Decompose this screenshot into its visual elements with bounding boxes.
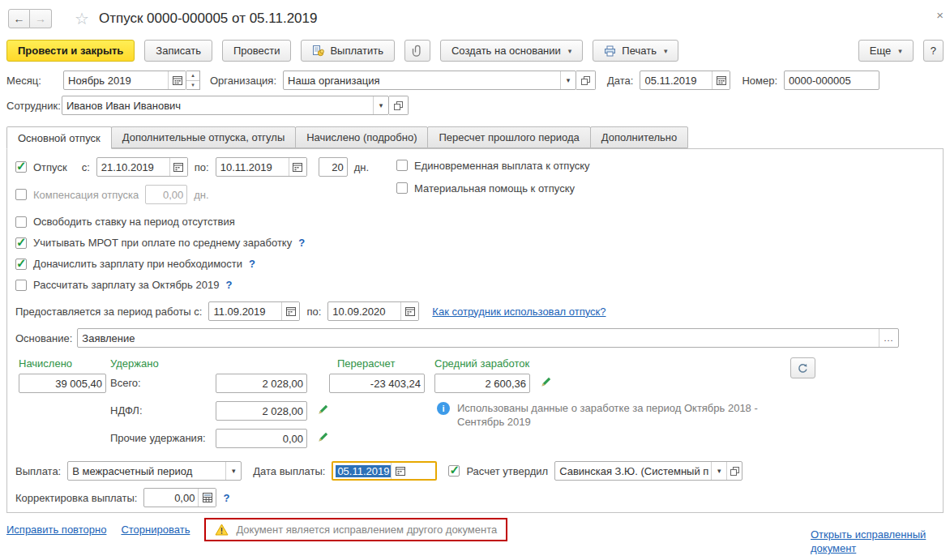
- payout-adjustment-label: Корректировка выплаты:: [15, 492, 137, 504]
- title-bar: ← → ☆ Отпуск 0000-000005 от 05.11.2019 ×: [0, 0, 950, 32]
- pay-document-icon: [312, 45, 324, 57]
- calendar-icon[interactable]: [289, 158, 306, 176]
- calc-salary-checkbox[interactable]: [15, 280, 27, 291]
- tab-accrued-detail[interactable]: Начислено (подробно): [295, 126, 428, 148]
- vacation-days-field[interactable]: 20: [319, 157, 348, 177]
- tab-label: Пересчет прошлого периода: [439, 131, 579, 143]
- calendar-icon[interactable]: [168, 71, 186, 89]
- payout-date-value: 05.11.2019: [336, 465, 391, 477]
- create-based-on-button[interactable]: Создать на основании ▾: [440, 40, 583, 62]
- consider-mrot-checkbox[interactable]: [15, 237, 27, 249]
- step-down-icon[interactable]: ▾: [186, 81, 199, 90]
- accrue-salary-checkbox[interactable]: [15, 259, 27, 270]
- reverse-link[interactable]: Сторнировать: [121, 524, 190, 536]
- avg-earnings-field[interactable]: 2 600,36: [434, 374, 530, 393]
- forward-button[interactable]: →: [30, 9, 52, 28]
- vacation-checkbox[interactable]: [15, 161, 27, 173]
- calendar-icon[interactable]: [391, 463, 409, 479]
- chevron-down-icon[interactable]: ▾: [373, 96, 388, 114]
- nav-buttons: ← →: [8, 9, 52, 28]
- employee-field[interactable]: Иванов Иван Иванович ▾: [62, 96, 389, 115]
- work-period-label: Предоставляется за период работы с:: [15, 306, 202, 318]
- help-question-icon[interactable]: ?: [298, 237, 305, 249]
- open-approver-icon[interactable]: [726, 462, 742, 480]
- tab-main-vacation[interactable]: Основной отпуск: [6, 126, 112, 149]
- chevron-down-icon[interactable]: ▾: [225, 462, 241, 480]
- compensation-checkbox[interactable]: [15, 189, 27, 200]
- tab-recalc-prior-period[interactable]: Пересчет прошлого периода: [427, 126, 590, 148]
- other-withholdings-label: Прочие удержания:: [110, 432, 206, 444]
- help-question-icon[interactable]: ?: [225, 279, 232, 291]
- printer-icon: [604, 45, 616, 57]
- save-button[interactable]: Записать: [144, 40, 212, 62]
- payout-adjustment-value: 0,00: [148, 492, 198, 504]
- vacation-from-label: с:: [82, 161, 90, 173]
- number-field[interactable]: 0000-000005: [784, 71, 879, 90]
- date-field[interactable]: 05.11.2019: [640, 71, 730, 90]
- fix-again-link[interactable]: Исправить повторно: [6, 524, 106, 536]
- payout-method-select[interactable]: В межрасчетный период ▾: [67, 461, 242, 481]
- more-button[interactable]: Еще ▾: [858, 40, 914, 62]
- payout-date-field[interactable]: 05.11.2019: [332, 461, 437, 481]
- vacation-to-field[interactable]: 10.11.2019: [216, 157, 307, 177]
- basis-field[interactable]: Заявление ...: [77, 328, 899, 348]
- open-corrected-document-link[interactable]: Открыть исправленный документ: [811, 528, 939, 555]
- lump-sum-label: Единовременная выплата к отпуску: [414, 160, 590, 172]
- edit-ndfl-icon[interactable]: [318, 404, 329, 415]
- calc-approved-field[interactable]: Савинская З.Ю. (Системный п ▾: [554, 461, 742, 481]
- calendar-icon[interactable]: [281, 302, 299, 320]
- help-question-icon[interactable]: ?: [249, 258, 255, 270]
- basis-value: Заявление: [82, 332, 879, 344]
- calendar-icon[interactable]: [712, 71, 730, 89]
- tab-label: Дополнительные отпуска, отгулы: [122, 131, 285, 143]
- compensation-days-field[interactable]: 0,00: [145, 185, 187, 204]
- chevron-down-icon: ▾: [664, 47, 668, 55]
- help-button[interactable]: ?: [923, 40, 944, 62]
- paperclip-icon: [412, 45, 423, 57]
- lump-sum-checkbox[interactable]: [396, 160, 408, 171]
- payout-adjustment-field[interactable]: 0,00: [143, 488, 216, 507]
- month-field[interactable]: Ноябрь 2019: [63, 71, 186, 90]
- accrued-field[interactable]: 39 005,40: [19, 374, 106, 393]
- calc-approved-checkbox[interactable]: [448, 465, 460, 477]
- amounts-section: Начислено Удержано Перерасчет Средний за…: [15, 357, 935, 450]
- help-question-icon[interactable]: ?: [223, 492, 229, 504]
- post-button[interactable]: Провести: [222, 40, 292, 62]
- close-icon[interactable]: ×: [936, 11, 944, 19]
- open-employee-icon[interactable]: [389, 96, 409, 115]
- avg-earnings-label: Средний заработок: [434, 357, 529, 370]
- month-stepper[interactable]: ▴▾: [186, 71, 200, 90]
- tab-additional[interactable]: Дополнительно: [590, 126, 689, 148]
- vacation-usage-link[interactable]: Как сотрудник использовал отпуск?: [432, 306, 606, 318]
- other-withholdings-field[interactable]: 0,00: [216, 429, 307, 448]
- work-period-to-field[interactable]: 10.09.2020: [327, 301, 419, 321]
- number-label: Номер:: [742, 75, 777, 87]
- chevron-down-icon[interactable]: ▾: [711, 462, 726, 480]
- attachments-button[interactable]: [404, 40, 430, 62]
- recalc-field[interactable]: -23 403,24: [329, 374, 425, 393]
- calendar-icon[interactable]: [169, 158, 187, 176]
- calendar-icon[interactable]: [400, 302, 418, 320]
- edit-avg-earnings-icon[interactable]: [541, 376, 552, 387]
- open-organization-icon[interactable]: [576, 71, 596, 90]
- work-period-from-field[interactable]: 11.09.2019: [208, 301, 300, 321]
- ndfl-field[interactable]: 2 028,00: [216, 401, 307, 421]
- back-button[interactable]: ←: [8, 9, 30, 28]
- chevron-down-icon[interactable]: ▾: [560, 71, 576, 89]
- pay-button[interactable]: Выплатить: [301, 40, 395, 62]
- print-button[interactable]: Печать ▾: [593, 40, 678, 62]
- ellipsis-icon[interactable]: ...: [879, 329, 898, 347]
- compensation-label: Компенсация отпуска: [33, 189, 139, 201]
- edit-other-withholdings-icon[interactable]: [318, 431, 329, 442]
- release-position-checkbox[interactable]: [15, 216, 27, 228]
- material-aid-checkbox[interactable]: [396, 182, 408, 194]
- tab-additional-vacations[interactable]: Дополнительные отпуска, отгулы: [111, 126, 297, 148]
- post-and-close-button[interactable]: Провести и закрыть: [6, 40, 135, 62]
- vacation-from-field[interactable]: 21.10.2019: [96, 157, 188, 177]
- recalculate-button[interactable]: [790, 357, 815, 378]
- calculator-icon[interactable]: [198, 489, 216, 507]
- withheld-total-field[interactable]: 2 028,00: [216, 374, 307, 393]
- organization-field[interactable]: Наша организация ▾: [283, 71, 576, 90]
- favorite-star-icon[interactable]: ☆: [75, 9, 89, 28]
- step-up-icon[interactable]: ▴: [186, 71, 199, 81]
